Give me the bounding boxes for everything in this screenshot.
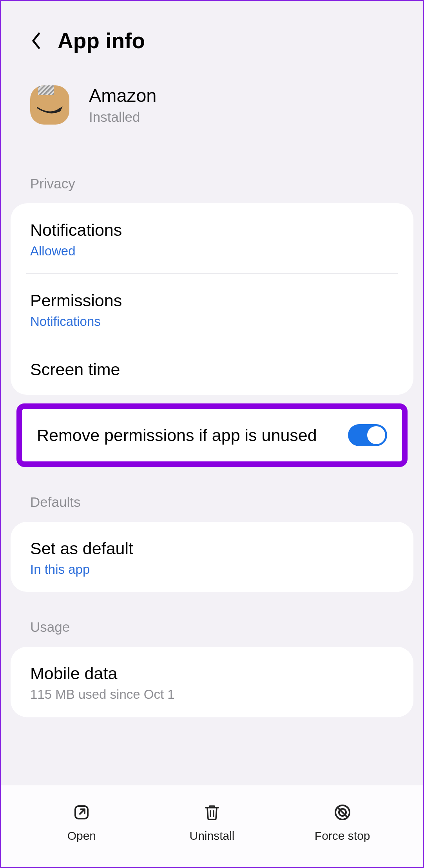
app-status: Installed bbox=[89, 109, 156, 125]
set-default-title: Set as default bbox=[30, 539, 394, 558]
section-header-privacy: Privacy bbox=[1, 148, 423, 203]
page-title: App info bbox=[58, 28, 145, 53]
set-default-sub: In this app bbox=[30, 562, 394, 577]
uninstall-label: Uninstall bbox=[189, 829, 234, 843]
app-icon bbox=[30, 85, 69, 125]
mobile-data-item[interactable]: Mobile data 115 MB used since Oct 1 bbox=[11, 647, 413, 717]
permissions-title: Permissions bbox=[30, 291, 394, 310]
chevron-left-icon bbox=[30, 32, 42, 49]
notifications-item[interactable]: Notifications Allowed bbox=[11, 203, 413, 273]
screen-time-item[interactable]: Screen time bbox=[11, 344, 413, 395]
notifications-title: Notifications bbox=[30, 221, 394, 240]
toggle-knob bbox=[367, 426, 385, 444]
usage-card: Mobile data 115 MB used since Oct 1 bbox=[11, 647, 413, 717]
app-name: Amazon bbox=[89, 85, 156, 106]
section-header-usage: Usage bbox=[1, 592, 423, 647]
stop-icon bbox=[333, 803, 352, 822]
trash-icon bbox=[202, 803, 222, 822]
header: App info bbox=[1, 1, 423, 73]
bottom-bar: Open Uninstall Force stop bbox=[1, 785, 423, 867]
open-icon bbox=[72, 803, 91, 822]
app-title-wrap: Amazon Installed bbox=[89, 85, 156, 125]
force-stop-button[interactable]: Force stop bbox=[277, 803, 408, 843]
section-header-defaults: Defaults bbox=[1, 467, 423, 522]
privacy-card: Notifications Allowed Permissions Notifi… bbox=[11, 203, 413, 395]
uninstall-button[interactable]: Uninstall bbox=[147, 803, 277, 843]
amazon-smile-icon bbox=[36, 106, 63, 114]
screen-time-title: Screen time bbox=[30, 360, 394, 379]
back-button[interactable] bbox=[28, 33, 44, 49]
permissions-item[interactable]: Permissions Notifications bbox=[11, 274, 413, 344]
notifications-sub: Allowed bbox=[30, 244, 394, 259]
force-stop-label: Force stop bbox=[315, 829, 370, 843]
open-label: Open bbox=[67, 829, 96, 843]
remove-permissions-item[interactable]: Remove permissions if app is unused bbox=[16, 403, 408, 467]
mobile-data-sub: 115 MB used since Oct 1 bbox=[30, 687, 394, 702]
open-button[interactable]: Open bbox=[16, 803, 147, 843]
defaults-card: Set as default In this app bbox=[11, 522, 413, 592]
mobile-data-title: Mobile data bbox=[30, 664, 394, 683]
remove-permissions-toggle[interactable] bbox=[348, 424, 387, 446]
app-header: Amazon Installed bbox=[1, 73, 423, 148]
divider bbox=[26, 717, 398, 717]
permissions-sub: Notifications bbox=[30, 314, 394, 329]
set-default-item[interactable]: Set as default In this app bbox=[11, 522, 413, 592]
remove-permissions-title: Remove permissions if app is unused bbox=[37, 424, 348, 447]
